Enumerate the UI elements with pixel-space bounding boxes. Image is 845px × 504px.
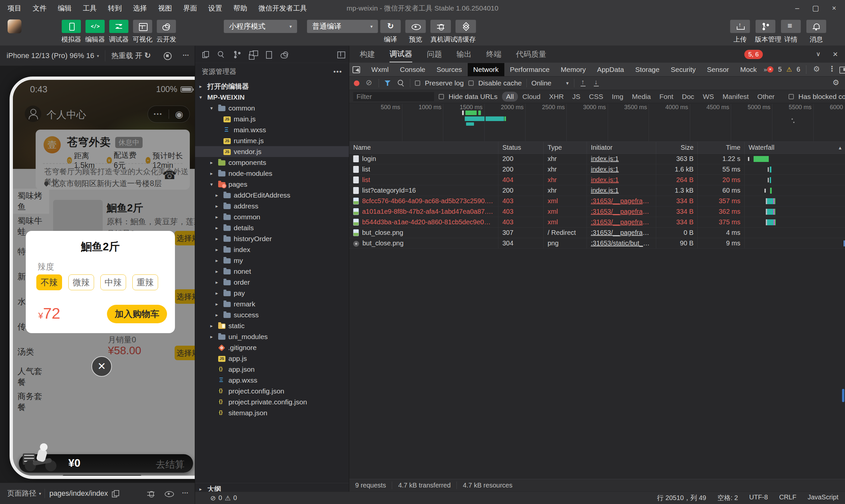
column-header[interactable]: Time (698, 142, 745, 154)
add-to-cart-button[interactable]: 加入购物车 (107, 305, 167, 323)
network-request-row[interactable]: a101a1e9-8f8b-47b2-afa4-1abd47ea0a87.png… (349, 206, 845, 217)
panel-tab[interactable]: 问题 (427, 47, 442, 62)
tree-item[interactable]: order (195, 277, 349, 288)
menu-item[interactable]: 帮助 (233, 4, 247, 13)
close-panel-icon[interactable] (831, 50, 840, 59)
tree-item[interactable]: .gitignore (195, 342, 349, 353)
initiator-link[interactable]: index.js:1 (591, 155, 619, 163)
tree-item[interactable]: details (195, 222, 349, 233)
toolbar-button[interactable]: 预览 (405, 20, 426, 44)
toolbar-button[interactable]: 版本管理 (755, 20, 776, 44)
spice-option[interactable]: 微辣 (68, 274, 94, 290)
panel-tab[interactable]: 代码质量 (516, 47, 546, 62)
tree-item[interactable]: sitemap.json (195, 407, 349, 418)
search-icon[interactable] (397, 79, 405, 87)
search-icon[interactable] (217, 50, 226, 59)
eol[interactable]: CRLF (779, 493, 796, 502)
initiator-link[interactable]: index.js:1 (591, 187, 619, 194)
kebab-menu-icon[interactable] (826, 65, 834, 74)
initiator-link[interactable]: index.js:1 (591, 176, 619, 184)
throttling-select[interactable]: Online (531, 79, 551, 87)
tree-item[interactable]: my (195, 255, 349, 266)
devtools-tab[interactable]: Sensor (701, 63, 735, 76)
tree-item[interactable]: MP-WEIXIN (195, 92, 349, 103)
network-request-row[interactable]: 8cfcc576-4b66-4a09-ac68-ad5b273c2590.png… (349, 196, 845, 206)
menu-item[interactable]: 选择 (133, 4, 147, 13)
more-tabs-icon[interactable]: » (764, 66, 768, 73)
filter-funnel-icon[interactable] (384, 79, 392, 87)
initiator-link[interactable]: :31653/__pageframe_/_p... (591, 218, 652, 226)
language-mode[interactable]: JavaScript (808, 493, 839, 502)
more-icon[interactable] (183, 52, 191, 60)
column-header[interactable]: Status (498, 142, 544, 154)
menu-item[interactable]: 界面 (183, 4, 197, 13)
resource-filter-pill[interactable]: XHR (545, 92, 567, 102)
devtools-tab[interactable]: Memory (555, 63, 592, 76)
clear-icon[interactable] (365, 79, 374, 87)
has-blocked-cookies-checkbox[interactable] (789, 94, 794, 99)
toolbar-button[interactable]: 调试器 (108, 20, 129, 44)
more-icon[interactable] (182, 489, 191, 498)
menu-item[interactable]: 视图 (158, 4, 172, 13)
cloud-icon[interactable] (280, 50, 289, 59)
toolbar-button[interactable]: 编译 (380, 20, 401, 44)
resource-filter-pill[interactable]: Other (753, 92, 779, 102)
tree-item[interactable]: common (195, 212, 349, 222)
tree-item[interactable]: project.private.config.json (195, 396, 349, 407)
stop-icon[interactable] (163, 52, 172, 60)
close-button[interactable]: × (829, 4, 839, 13)
column-header[interactable]: Name (349, 142, 498, 154)
scrollbar-marker[interactable] (842, 389, 844, 402)
network-overview[interactable]: 500 ms1000 ms1500 ms2000 ms2500 ms3000 m… (349, 103, 845, 142)
import-har-icon[interactable] (579, 79, 587, 87)
copy-icon[interactable] (111, 489, 120, 498)
network-settings-icon[interactable] (832, 79, 840, 87)
eye-icon[interactable] (164, 489, 173, 498)
initiator-link[interactable]: index.js:1 (591, 166, 619, 173)
panel-tab[interactable]: 输出 (457, 47, 472, 62)
preserve-log-checkbox[interactable] (415, 80, 420, 86)
source-control-icon[interactable] (233, 50, 241, 59)
tree-item[interactable]: project.config.json (195, 385, 349, 396)
panel-tab[interactable]: 终端 (486, 47, 501, 62)
tree-item[interactable]: main.wxss (195, 124, 349, 135)
devtools-tab[interactable]: Network (468, 63, 504, 76)
menu-item[interactable]: 微信开发者工具 (259, 4, 307, 13)
toolbar-button[interactable]: 真机调试 (430, 20, 451, 44)
column-header[interactable]: Size (656, 142, 698, 154)
toolbar-button[interactable]: 消息 (806, 20, 827, 44)
resource-filter-pill[interactable]: WS (699, 92, 718, 102)
toolbar-button[interactable]: 可视化 (132, 20, 153, 44)
initiator-link[interactable]: :31653/__pageframe_/_p... (591, 208, 652, 215)
menu-item[interactable]: 转到 (108, 4, 122, 13)
network-request-row[interactable]: list 404 xhr index.js:1 264 B 20 ms (349, 175, 845, 185)
export-har-icon[interactable] (592, 79, 601, 87)
initiator-link[interactable]: :31653/static/but_close... (591, 239, 652, 247)
mode-select[interactable]: 小程序模式▾ (224, 20, 297, 33)
minimize-button[interactable]: – (792, 4, 802, 13)
network-request-row[interactable]: but_close.png 304 png :31653/static/but_… (349, 238, 845, 249)
tree-item[interactable]: pay (195, 288, 349, 299)
page-icon[interactable] (264, 50, 273, 59)
toolbar-button[interactable]: 上传 (729, 20, 751, 44)
tree-item[interactable]: node-modules (195, 168, 349, 179)
resource-filter-pill[interactable]: Doc (678, 92, 698, 102)
network-request-row[interactable]: list?categoryId=16 200 xhr index.js:1 1.… (349, 185, 845, 196)
resource-filter-pill[interactable]: Font (655, 92, 677, 102)
tree-item[interactable]: historyOrder (195, 233, 349, 244)
menu-item[interactable]: 文件 (33, 4, 47, 13)
tree-item[interactable]: remark (195, 299, 349, 309)
inspect-icon[interactable] (352, 65, 360, 74)
tree-item[interactable]: nonet (195, 266, 349, 277)
settings-gear-icon[interactable] (812, 65, 821, 74)
resource-filter-pill[interactable]: Media (628, 92, 655, 102)
encoding[interactable]: UTF-8 (749, 493, 768, 502)
resource-filter-pill[interactable]: CSS (585, 92, 607, 102)
tree-item[interactable]: success (195, 309, 349, 320)
toolbar-button[interactable]: 清缓存 (456, 20, 476, 44)
hot-reload-toggle[interactable]: 热重载 开 (111, 51, 142, 61)
tree-item[interactable]: address (195, 200, 349, 212)
menu-item[interactable]: 工具 (83, 4, 97, 13)
network-request-row[interactable]: b544d3ba-a1ae-4d20-a860-81cb5dec9e03.png… (349, 217, 845, 228)
spice-option[interactable]: 不辣 (36, 274, 62, 290)
